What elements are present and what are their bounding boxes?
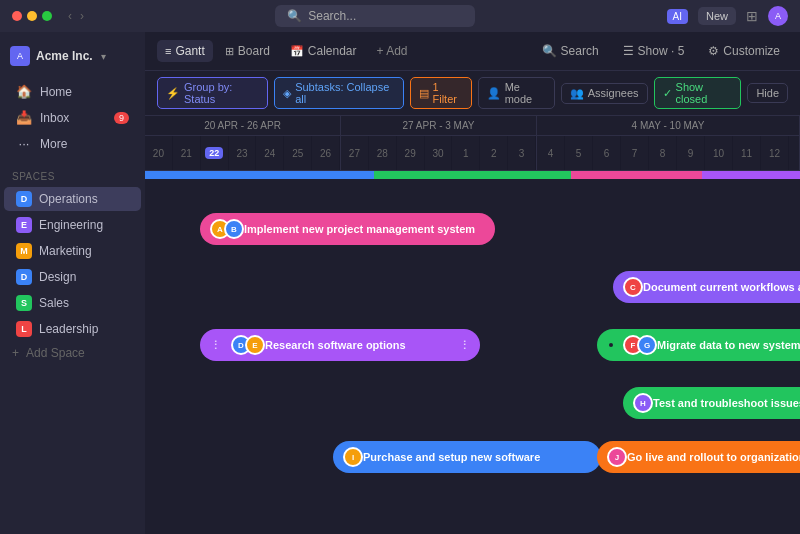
space-dot-design: D bbox=[16, 269, 32, 285]
sidebar-item-label: More bbox=[40, 137, 67, 151]
task-avatars: J bbox=[607, 447, 621, 467]
task-document[interactable]: C Document current workflows and process… bbox=[613, 271, 800, 303]
tab-board[interactable]: ⊞ Board bbox=[217, 40, 278, 62]
sidebar-item-operations[interactable]: D Operations bbox=[4, 187, 141, 211]
sidebar-item-label: Sales bbox=[39, 296, 69, 310]
avatar: B bbox=[224, 219, 244, 239]
tab-gantt[interactable]: ≡ Gantt bbox=[157, 40, 213, 62]
sidebar-item-marketing[interactable]: M Marketing bbox=[4, 239, 141, 263]
avatar: H bbox=[633, 393, 653, 413]
hide-chip[interactable]: Hide bbox=[747, 83, 788, 103]
close-button[interactable] bbox=[12, 11, 22, 21]
add-space-button[interactable]: + Add Space bbox=[0, 342, 145, 364]
group-by-chip[interactable]: ⚡ Group by: Status bbox=[157, 77, 268, 109]
sidebar-item-label: Home bbox=[40, 85, 72, 99]
task-migrate[interactable]: F G Migrate data to new system bbox=[597, 329, 800, 361]
tab-label: Gantt bbox=[175, 44, 204, 58]
maximize-button[interactable] bbox=[42, 11, 52, 21]
task-label: Document current workflows and processes bbox=[643, 281, 800, 293]
customize-button[interactable]: ⚙ Customize bbox=[700, 40, 788, 62]
day-5: 5 bbox=[565, 136, 593, 170]
show-label: Show · 5 bbox=[638, 44, 685, 58]
search-icon: 🔍 bbox=[287, 9, 302, 23]
sidebar-item-inbox[interactable]: 📥 Inbox 9 bbox=[4, 105, 141, 130]
task-golive[interactable]: J Go live and rollout to organization bbox=[597, 441, 800, 473]
status-bar-green bbox=[374, 171, 571, 179]
day-3: 3 bbox=[508, 136, 536, 170]
sidebar-item-label: Inbox bbox=[40, 111, 69, 125]
day-11: 11 bbox=[733, 136, 761, 170]
customize-label: Customize bbox=[723, 44, 780, 58]
sidebar-item-sales[interactable]: S Sales bbox=[4, 291, 141, 315]
task-avatars: I bbox=[343, 447, 357, 467]
gantt-icon: ≡ bbox=[165, 45, 171, 57]
subtasks-chip[interactable]: ◈ Subtasks: Collapse all bbox=[274, 77, 403, 109]
task-avatars: A B bbox=[210, 219, 238, 239]
top-bar-right: 🔍 Search ☰ Show · 5 ⚙ Customize bbox=[534, 40, 788, 62]
filter-icon: ▤ bbox=[419, 87, 429, 100]
day-8: 8 bbox=[649, 136, 677, 170]
forward-arrow[interactable]: › bbox=[80, 9, 84, 23]
day-30: 30 bbox=[425, 136, 453, 170]
add-view-button[interactable]: + Add bbox=[369, 40, 416, 62]
gear-icon: ⚙ bbox=[708, 44, 719, 58]
sidebar: A Acme Inc. ▾ 🏠 Home 📥 Inbox 9 ··· More … bbox=[0, 32, 145, 534]
filter-chip[interactable]: ▤ 1 Filter bbox=[410, 77, 472, 109]
sidebar-item-more[interactable]: ··· More bbox=[4, 131, 141, 156]
day-26: 26 bbox=[312, 136, 340, 170]
plus-icon: + bbox=[12, 346, 19, 360]
space-dot-leadership: L bbox=[16, 321, 32, 337]
show-button[interactable]: ☰ Show · 5 bbox=[615, 40, 693, 62]
avatar: C bbox=[623, 277, 643, 297]
task-label: Research software options bbox=[265, 339, 406, 351]
minimize-button[interactable] bbox=[27, 11, 37, 21]
task-avatars: C bbox=[623, 277, 637, 297]
search-button[interactable]: 🔍 Search bbox=[534, 40, 607, 62]
search-bar: 🔍 Search... bbox=[92, 5, 659, 27]
sidebar-item-leadership[interactable]: L Leadership bbox=[4, 317, 141, 341]
inbox-icon: 📥 bbox=[16, 110, 32, 125]
task-test[interactable]: H Test and troubleshoot issues bbox=[623, 387, 800, 419]
task-implement[interactable]: A B Implement new project management sys… bbox=[200, 213, 495, 245]
week-3: 4 MAY - 10 MAY 4 5 6 7 8 9 10 11 12 bbox=[537, 116, 800, 170]
search-label: Search bbox=[561, 44, 599, 58]
task-avatars: D E bbox=[231, 335, 259, 355]
day-27: 27 bbox=[341, 136, 369, 170]
connector-dot bbox=[607, 341, 615, 349]
day-1: 1 bbox=[452, 136, 480, 170]
day-25: 25 bbox=[284, 136, 312, 170]
day-20: 20 bbox=[145, 136, 173, 170]
day-9: 9 bbox=[677, 136, 705, 170]
timeline-header: 20 APR - 26 APR 20 21 22 23 24 25 26 27 … bbox=[145, 116, 800, 171]
home-icon: 🏠 bbox=[16, 84, 32, 99]
grid-icon[interactable]: ⊞ bbox=[746, 8, 758, 24]
day-4: 4 bbox=[537, 136, 565, 170]
task-purchase[interactable]: I Purchase and setup new software bbox=[333, 441, 601, 473]
week-1-days: 20 21 22 23 24 25 26 bbox=[145, 136, 340, 170]
sidebar-item-engineering[interactable]: E Engineering bbox=[4, 213, 141, 237]
group-icon: ⚡ bbox=[166, 87, 180, 100]
back-arrow[interactable]: ‹ bbox=[68, 9, 72, 23]
status-bar-blue bbox=[145, 171, 374, 179]
tab-calendar[interactable]: 📅 Calendar bbox=[282, 40, 365, 62]
assignees-chip[interactable]: 👥 Assignees bbox=[561, 83, 648, 104]
task-research[interactable]: ⋮ D E Research software options ⋮ bbox=[200, 329, 480, 361]
user-avatar[interactable]: A bbox=[768, 6, 788, 26]
chip-label: 1 Filter bbox=[433, 81, 463, 105]
sidebar-item-label: Operations bbox=[39, 192, 98, 206]
workspace-header[interactable]: A Acme Inc. ▾ bbox=[0, 40, 145, 72]
show-closed-chip[interactable]: ✓ Show closed bbox=[654, 77, 742, 109]
ai-badge[interactable]: AI bbox=[667, 9, 688, 24]
workspace-name: Acme Inc. bbox=[36, 49, 93, 63]
week-2-days: 27 28 29 30 1 2 3 bbox=[341, 136, 536, 170]
assignees-icon: 👥 bbox=[570, 87, 584, 100]
new-button[interactable]: New bbox=[698, 7, 736, 25]
day-29: 29 bbox=[397, 136, 425, 170]
search-input[interactable]: 🔍 Search... bbox=[275, 5, 475, 27]
task-avatars: F G bbox=[623, 335, 651, 355]
week-1: 20 APR - 26 APR 20 21 22 23 24 25 26 bbox=[145, 116, 341, 170]
sidebar-item-home[interactable]: 🏠 Home bbox=[4, 79, 141, 104]
sidebar-item-design[interactable]: D Design bbox=[4, 265, 141, 289]
status-bar-pink bbox=[571, 171, 702, 179]
me-mode-chip[interactable]: 👤 Me mode bbox=[478, 77, 555, 109]
